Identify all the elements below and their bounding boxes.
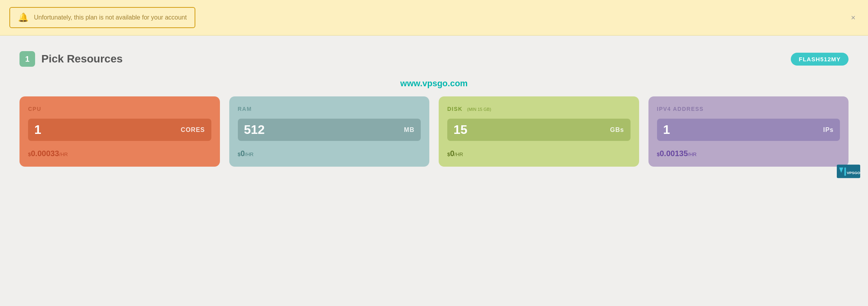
cards-row: CPU 1 CORES $0.00033/HR RAM 512 MB $0/HR xyxy=(19,96,849,167)
disk-card-label: DISK (MIN 15 GB) xyxy=(447,106,631,112)
notification-box: 🔔 Unfortunately, this plan is not availa… xyxy=(9,7,195,28)
ipv4-price-amount: 0.00135 xyxy=(660,149,688,158)
bell-icon: 🔔 xyxy=(18,12,28,23)
cpu-price-per: /HR xyxy=(59,151,68,157)
promo-badge: FLASH512MY xyxy=(791,53,849,66)
cpu-price-amount: 0.00033 xyxy=(31,149,59,158)
disk-price-per: /HR xyxy=(454,151,463,157)
ram-price-amount: 0 xyxy=(241,149,245,158)
cpu-card: CPU 1 CORES $0.00033/HR xyxy=(19,96,220,167)
ipv4-card-label: IPV4 ADDRESS xyxy=(657,106,840,112)
ram-price-per: /HR xyxy=(245,151,253,157)
svg-text:VPSGO: VPSGO xyxy=(847,171,861,175)
ram-card: RAM 512 MB $0/HR xyxy=(229,96,430,167)
cpu-card-label: CPU xyxy=(28,106,211,112)
svg-rect-2 xyxy=(845,167,846,176)
cpu-value-row: 1 CORES xyxy=(28,119,211,141)
ram-value-number: 512 xyxy=(244,123,404,137)
ipv4-value-number: 1 xyxy=(663,123,823,137)
ram-value-unit: MB xyxy=(404,126,415,133)
ram-price: $0/HR xyxy=(238,149,421,158)
ipv4-card: IPV4 ADDRESS 1 IPs $0.00135/HR xyxy=(648,96,849,167)
disk-card-label-sub: (MIN 15 GB) xyxy=(467,107,491,112)
disk-card: DISK (MIN 15 GB) 15 GBs $0/HR xyxy=(439,96,639,167)
disk-price-amount: 0 xyxy=(450,149,454,158)
notification-content: 🔔 Unfortunately, this plan is not availa… xyxy=(9,7,195,28)
ipv4-value-row: 1 IPs xyxy=(657,119,840,141)
watermark-text: www.vpsgo.com xyxy=(19,78,849,89)
ipv4-price-per: /HR xyxy=(688,151,696,157)
disk-value-row: 15 GBs xyxy=(447,119,631,141)
section-title: Pick Resources xyxy=(41,53,123,65)
ipv4-price-dollar: $ xyxy=(657,151,660,157)
notification-text: Unfortunately, this plan is not availabl… xyxy=(34,14,187,21)
cpu-value-unit: CORES xyxy=(181,126,205,133)
ipv4-value-unit: IPs xyxy=(823,126,834,133)
section-header: 1 Pick Resources FLASH512MY xyxy=(19,51,849,67)
vpsgo-logo-icon: VPSGO xyxy=(837,164,860,178)
close-button[interactable]: × xyxy=(848,12,859,24)
ram-value-row: 512 MB xyxy=(238,119,421,141)
disk-value-unit: GBs xyxy=(610,126,624,133)
ram-price-dollar: $ xyxy=(238,151,241,157)
notification-bar: 🔔 Unfortunately, this plan is not availa… xyxy=(0,0,868,36)
disk-price: $0/HR xyxy=(447,149,631,158)
ram-card-label: RAM xyxy=(238,106,421,112)
cpu-value-number: 1 xyxy=(34,123,181,137)
cpu-price: $0.00033/HR xyxy=(28,149,211,158)
ipv4-price: $0.00135/HR xyxy=(657,149,840,158)
disk-value-number: 15 xyxy=(453,123,610,137)
section-title-group: 1 Pick Resources xyxy=(19,51,123,67)
vpsgo-watermark: VPSGO xyxy=(837,164,860,178)
step-badge: 1 xyxy=(19,51,35,67)
main-content: 1 Pick Resources FLASH512MY www.vpsgo.co… xyxy=(0,36,868,182)
